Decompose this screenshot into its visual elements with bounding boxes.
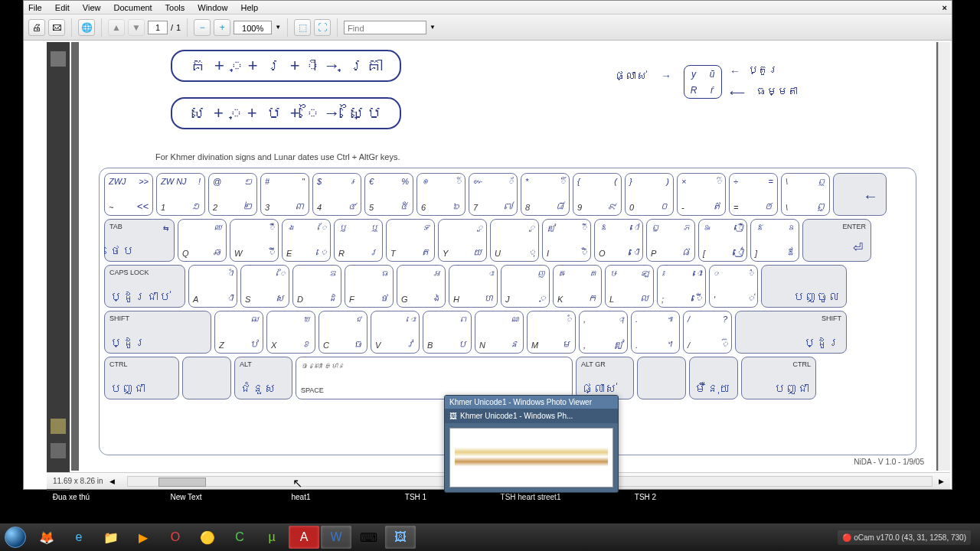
- attachments-panel-icon[interactable]: [51, 443, 66, 458]
- desktop-icon[interactable]: Đua xe thú: [37, 493, 106, 523]
- page-down-button[interactable]: ▼: [128, 19, 145, 36]
- email-button[interactable]: 🖂: [48, 19, 65, 36]
- taskbar-word-icon[interactable]: W: [321, 526, 351, 549]
- key: /?/៊: [683, 311, 732, 354]
- key: េះVវ: [371, 311, 420, 354]
- key: ួYយ: [438, 219, 487, 262]
- find-dropdown-icon[interactable]: ▼: [430, 24, 436, 31]
- taskbar-mediaplayer-icon[interactable]: ▶: [128, 526, 158, 549]
- key-shift-left: SHIFTប្ដូរ: [104, 311, 211, 354]
- key-alt: ALTជំនួស: [234, 357, 292, 399]
- preview-tab[interactable]: 🖼Khmer Unicode1 - Windows Ph...: [445, 409, 618, 423]
- annot-right-top: ប្តូរ: [748, 64, 779, 76]
- key: \ឮ\ឭ: [781, 173, 830, 216]
- menu-help[interactable]: Help: [240, 3, 258, 12]
- key: ឍZឋ: [214, 311, 263, 354]
- menu-window[interactable]: Window: [198, 3, 227, 12]
- desktop-icon[interactable]: TSH 1: [381, 493, 450, 523]
- taskbar-photoviewer-icon[interactable]: 🖼: [385, 526, 416, 549]
- key: ៈ៉'់: [709, 265, 758, 308]
- find-input[interactable]: Find: [344, 21, 426, 34]
- menu-tools[interactable]: Tools: [165, 3, 185, 12]
- key-win-right: [637, 357, 686, 399]
- menu-view[interactable]: View: [83, 3, 101, 12]
- key: ឰភPផ: [646, 219, 695, 262]
- menu-file[interactable]: File: [28, 3, 42, 12]
- print-button[interactable]: 🖨: [28, 19, 45, 36]
- taskbar-preview[interactable]: Khmer Unicode1 - Windows Photo Viewer 🖼K…: [444, 395, 619, 493]
- key-capslock: CAPS LOCKប្ដូរជាប់: [104, 265, 185, 308]
- desktop-icon[interactable]: TSH heart street1: [496, 493, 565, 523]
- fit-page-button[interactable]: ⬚: [294, 19, 311, 36]
- vertical-scrollbar[interactable]: [938, 42, 950, 471]
- key: ឃXខ: [266, 311, 315, 354]
- separator: [187, 18, 188, 37]
- zoom-dropdown-icon[interactable]: ▼: [275, 24, 281, 31]
- mouse-cursor-icon: ↖: [292, 476, 302, 491]
- page-number-input[interactable]: [148, 21, 168, 34]
- taskbar-chrome-icon[interactable]: 🟡: [192, 526, 223, 549]
- key-enter-body: បញ្ចូល: [761, 265, 847, 308]
- key-space: ចន្លោះ គ្មានSPACE: [296, 357, 573, 399]
- annot-left-label: ផ្លាស់: [615, 70, 647, 82]
- key-tab: TABថេប⇆: [104, 219, 175, 262]
- scroll-left-icon[interactable]: ◀: [109, 478, 115, 485]
- fit-width-button[interactable]: ⛶: [314, 19, 331, 36]
- desktop-icon[interactable]: heat1: [266, 493, 335, 523]
- key-enter: ENTER⏎: [802, 219, 871, 262]
- key: ៚័7៧: [469, 173, 518, 216]
- arrow-left-icon: ←: [730, 65, 740, 77]
- key-menu: ម៉ឺនុយ: [689, 357, 738, 399]
- taskbar-explorer-icon[interactable]: 📁: [96, 526, 126, 549]
- separator: [337, 18, 338, 37]
- desktop-icons: Đua xe thú New Text heat1 TSH 1 TSH hear…: [37, 493, 980, 523]
- key: *៏8៨: [521, 173, 570, 216]
- tray-ocam[interactable]: 🔴 oCam v170.0 (43, 31, 1258, 730): [838, 530, 971, 545]
- taskbar-utorrent-icon[interactable]: µ: [256, 526, 287, 549]
- key: €%5៥: [364, 173, 413, 216]
- taskbar-ie-icon[interactable]: e: [64, 526, 94, 549]
- key: ×៌-ឥ: [677, 173, 726, 216]
- zoom-out-button[interactable]: −: [194, 19, 211, 36]
- pages-panel-icon[interactable]: [51, 51, 66, 67]
- key: ៃSស: [240, 265, 289, 308]
- preview-tooltip: Khmer Unicode1 - Windows Photo Viewer: [445, 396, 618, 409]
- zoom-level[interactable]: 100%: [234, 21, 272, 34]
- menu-document[interactable]: Document: [114, 3, 152, 12]
- key-win-left: [182, 357, 231, 399]
- key: {(9៩: [573, 173, 622, 216]
- comments-panel-icon[interactable]: [51, 419, 66, 434]
- key: ៖ោះ;ើ: [657, 265, 706, 308]
- key: ឱៅOោ: [594, 219, 643, 262]
- desktop-icon[interactable]: New Text: [152, 493, 220, 523]
- key: ពBប: [423, 311, 472, 354]
- windows-logo-icon: [5, 527, 26, 548]
- arrow-right-icon: →: [661, 70, 671, 82]
- key: អGង: [397, 265, 446, 308]
- scroll-right-icon[interactable]: ▶: [939, 478, 944, 485]
- key: ZWJ>>~<<: [104, 173, 153, 216]
- taskbar-firefox-icon[interactable]: 🦊: [31, 526, 62, 549]
- preview-thumbnail[interactable]: [449, 428, 613, 487]
- desktop-icon[interactable]: TSH 2: [611, 493, 680, 523]
- zoom-in-button[interactable]: +: [214, 19, 230, 36]
- page-up-button[interactable]: ▲: [108, 19, 125, 36]
- key: ZW NJ!1១: [156, 173, 205, 216]
- start-button[interactable]: [0, 523, 31, 551]
- collab-button[interactable]: 🌐: [78, 19, 95, 36]
- taskbar-adobe-reader-icon[interactable]: A: [289, 526, 319, 549]
- key: ញJ្: [501, 265, 550, 308]
- taskbar-unikey-icon[interactable]: ⌨: [353, 526, 384, 549]
- page-total: 1: [176, 23, 181, 32]
- key-shift-right: SHIFTប្ដូរ: [735, 311, 847, 354]
- arrow-left-icon: ⟵: [730, 86, 745, 99]
- key: @ៗ2២: [208, 173, 257, 216]
- system-tray: 🔴 oCam v170.0 (43, 31, 1258, 730): [831, 530, 980, 545]
- key: .៕.។: [631, 311, 680, 354]
- taskbar-coccoc-icon[interactable]: C: [224, 526, 255, 549]
- window-close-icon[interactable]: ×: [942, 1, 947, 15]
- taskbar-opera-icon[interactable]: O: [160, 526, 191, 549]
- menu-edit[interactable]: Edit: [55, 3, 70, 12]
- example-row-2: ស+◌្+ប+◌ៃ→ស្បៃ: [171, 97, 401, 129]
- key: ឫឬRរ: [334, 219, 383, 262]
